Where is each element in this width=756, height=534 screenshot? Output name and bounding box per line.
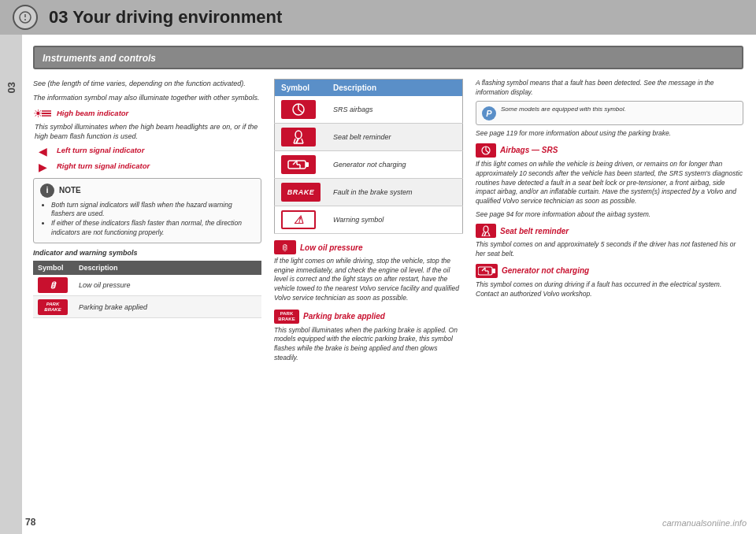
small-table-header-description: Description [74, 261, 261, 275]
big-table-sym-gen [275, 151, 328, 179]
svg-line-22 [486, 150, 489, 153]
airbag-body: If this light comes on while the vehicle… [476, 160, 743, 206]
mid-column: Symbol Description [274, 79, 463, 526]
brake-badge: BRAKE [281, 183, 321, 202]
left-column: See (the length of time varies, dependin… [33, 79, 261, 526]
info-box: P Some models are equipped with this sym… [476, 101, 743, 125]
svg-point-9 [295, 131, 302, 139]
svg-line-13 [296, 139, 298, 143]
high-beam-body: This symbol illuminates when the high be… [35, 122, 261, 141]
big-table-desc-warn: Warning symbol [327, 206, 463, 234]
airbag-section-title-row: Airbags — SRS [476, 143, 743, 158]
high-beam-indicator: ☀ High beam indicator [33, 107, 261, 120]
note-list: Both turn signal indicators will flash w… [40, 201, 254, 239]
indicator-warning-label: Indicator and warning symbols [33, 248, 261, 258]
seatbelt-icon [476, 224, 496, 238]
header-icon [13, 5, 38, 30]
left-turn-indicator: ◀ Left turn signal indicator [33, 145, 261, 158]
high-beam-icon: ☀ [33, 107, 52, 120]
generator-body: This symbol comes on during driving if a… [476, 280, 743, 299]
page-number: 78 [25, 517, 35, 528]
watermark: carmanualsoniine.info [662, 518, 747, 528]
svg-line-27 [484, 232, 486, 236]
srs-badge [281, 100, 316, 119]
low-oil-section: 🛢 Low oil pressure If the light comes on… [274, 240, 463, 303]
note-icon: i [40, 184, 54, 198]
chapter-number: 03 [6, 82, 17, 93]
low-oil-title-row: 🛢 Low oil pressure [274, 240, 463, 254]
belt-badge [281, 128, 316, 146]
svg-line-10 [294, 139, 295, 143]
park-badge: PARKBRAKE [38, 299, 68, 315]
right-column: A flashing symbol means that a fault has… [476, 79, 743, 526]
right-turn-indicator: ▶ Right turn signal indicator [33, 161, 261, 173]
table-row: Seat belt reminder [275, 124, 463, 151]
big-symbol-table: Symbol Description [274, 79, 463, 234]
big-table-header-description: Description [327, 80, 463, 97]
right-turn-title: Right turn signal indicator [57, 161, 150, 172]
generator-section-title: Generator not charging [502, 265, 589, 276]
small-symbol-table: Symbol Description 🛢 Low oil pressure [33, 261, 261, 318]
svg-line-8 [298, 109, 302, 113]
table-row: BRAKE Fault in the brake system [275, 179, 463, 206]
svg-line-24 [482, 232, 484, 236]
small-table-sym-park: PARKBRAKE [33, 296, 74, 318]
chapter-sidebar: 03 [0, 35, 22, 534]
big-table-sym-belt [275, 124, 328, 151]
header-bar: 03 Your driving environment [0, 0, 756, 35]
parking-brake-title-text: Parking brake applied [303, 312, 385, 321]
info-icon: P [482, 106, 496, 121]
note-item-1: Both turn signal indicators will flash w… [51, 201, 254, 220]
two-col-layout: See (the length of time varies, dependin… [33, 79, 743, 526]
seatbelt-section-title-row: Seat belt reminder [476, 224, 743, 238]
gen-badge [281, 155, 316, 174]
big-table-desc-gen: Generator not charging [327, 151, 463, 179]
table-row: SRS airbags [275, 96, 463, 124]
seatbelt-body: This symbol comes on and approximately 5… [476, 240, 743, 258]
small-table-header-symbol: Symbol [33, 261, 74, 275]
warn-badge: ⚠ [281, 210, 316, 229]
info-box-text: Some models are equipped with this symbo… [501, 106, 626, 114]
note-box: i NOTE Both turn signal indicators will … [33, 178, 261, 244]
big-table-sym-warn: ⚠ [275, 206, 328, 234]
intro-text2: The information symbol may also illumina… [33, 93, 261, 102]
note-label: NOTE [59, 185, 81, 196]
svg-rect-29 [492, 269, 495, 273]
note-item-2: If either of these indicators flash fast… [51, 219, 254, 238]
big-table-header-symbol: Symbol [275, 80, 328, 97]
airbag-section-title: Airbags — SRS [500, 145, 558, 156]
big-table-desc-srs: SRS airbags [327, 96, 463, 124]
parking-brake-section: PARKBRAKE Parking brake applied This sym… [274, 310, 463, 363]
parking-brake-body: This symbol illuminates when the parking… [274, 326, 463, 363]
low-oil-body: If the light comes on while driving, sto… [274, 257, 463, 303]
big-table-desc-brake: Fault in the brake system [327, 179, 463, 206]
high-beam-title: High beam indicator [57, 109, 128, 119]
parking-brake-title-row: PARKBRAKE Parking brake applied [274, 310, 463, 324]
low-oil-icon: 🛢 [274, 240, 296, 254]
svg-line-25 [488, 232, 490, 236]
table-row: 🛢 Low oil pressure [33, 275, 261, 296]
page-content: Instruments and controls See (the length… [22, 35, 756, 534]
table-row: ⚠ Warning symbol [275, 206, 463, 234]
right-arrow-icon: ▶ [33, 161, 52, 173]
intro-text1: See (the length of time varies, dependin… [33, 79, 261, 88]
seatbelt-section-title: Seat belt reminder [500, 226, 569, 237]
small-table-desc-park: Parking brake applied [74, 296, 261, 318]
svg-point-23 [484, 226, 488, 232]
big-table-sym-srs [275, 96, 328, 124]
small-table-sym-oil: 🛢 [33, 275, 74, 296]
small-table-desc-oil: Low oil pressure [74, 275, 261, 296]
page-title: 03 Your driving environment [49, 7, 282, 28]
airbag-icon [476, 143, 496, 158]
right-intro-text: A flashing symbol means that a fault has… [476, 79, 743, 97]
parking-brake-icon: PARKBRAKE [274, 310, 299, 324]
note-header: i NOTE [40, 184, 254, 198]
table-row: PARKBRAKE Parking brake applied [33, 296, 261, 318]
svg-rect-15 [306, 162, 309, 167]
airbag-page-ref: See page 94 for more information about t… [476, 210, 743, 220]
main-content: 03 Instruments and controls See (the len… [0, 35, 756, 534]
page-ref-parking: See page 119 for more information about … [476, 129, 743, 139]
oil-badge: 🛢 [38, 277, 68, 293]
section-heading: Instruments and controls [33, 46, 743, 69]
low-oil-title-text: Low oil pressure [300, 243, 362, 252]
